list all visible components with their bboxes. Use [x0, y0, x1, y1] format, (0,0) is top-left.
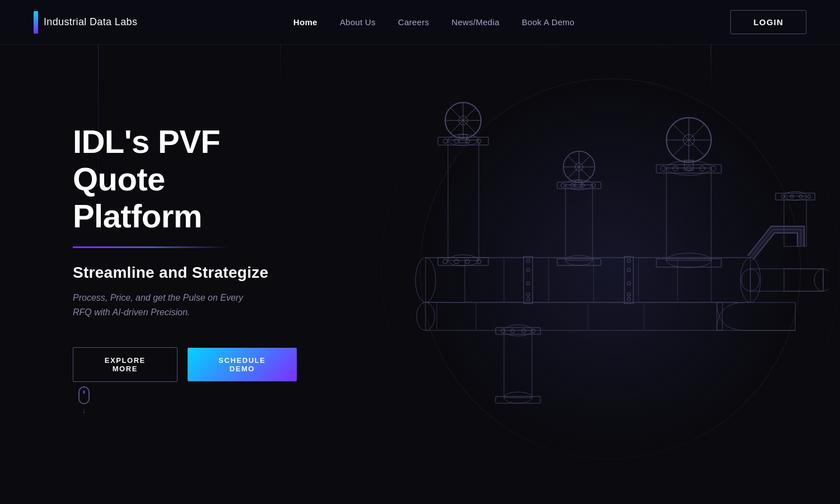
svg-rect-33: [557, 182, 601, 189]
nav-link-news[interactable]: News/Media: [451, 17, 500, 27]
svg-rect-67: [426, 302, 722, 330]
schedule-demo-button[interactable]: SCHEDULE DEMO: [188, 348, 297, 381]
nav-item-careers[interactable]: Careers: [398, 17, 429, 27]
explore-more-button[interactable]: EXPLORE MORE: [73, 347, 178, 382]
svg-point-36: [571, 184, 575, 188]
svg-point-84: [526, 268, 530, 272]
nav-item-about[interactable]: About Us: [340, 17, 376, 27]
svg-point-75: [511, 329, 515, 333]
nav-link-careers[interactable]: Careers: [398, 17, 429, 27]
svg-point-83: [526, 259, 530, 263]
hero-subtitle: Streamline and Strategize: [73, 264, 297, 282]
hero-buttons: EXPLORE MORE SCHEDULE DEMO: [73, 347, 297, 382]
svg-point-51: [661, 166, 666, 171]
svg-rect-72: [496, 328, 540, 334]
svg-rect-10: [448, 140, 479, 260]
nav-link-about[interactable]: About Us: [340, 17, 376, 27]
nav-link-demo[interactable]: Book A Demo: [522, 17, 575, 27]
nav-links: Home About Us Careers News/Media Book A …: [293, 17, 575, 27]
navbar: Industrial Data Labs Home About Us Caree…: [0, 0, 840, 45]
svg-point-15: [443, 139, 447, 143]
svg-rect-69: [504, 330, 532, 398]
svg-point-52: [673, 166, 678, 171]
nav-item-news[interactable]: News/Media: [451, 17, 500, 27]
svg-point-87: [526, 297, 530, 301]
svg-rect-66: [717, 302, 795, 330]
svg-rect-30: [566, 185, 592, 260]
login-button[interactable]: LOGIN: [730, 10, 806, 34]
hero-desc-line2: RFQ with AI-driven Precision.: [73, 307, 190, 317]
hero-divider: [73, 246, 230, 248]
svg-point-100: [799, 195, 802, 198]
hero-title: IDL's PVF Quote Platform: [73, 123, 297, 235]
svg-point-99: [790, 195, 794, 198]
svg-point-85: [526, 282, 530, 285]
svg-point-86: [526, 293, 530, 296]
svg-point-89: [627, 259, 631, 263]
svg-rect-63: [750, 269, 823, 291]
hero-desc-line1: Process, Price, and get the Pulse on Eve…: [73, 293, 243, 302]
nav-item-home[interactable]: Home: [293, 17, 318, 27]
svg-point-65: [814, 269, 829, 291]
bottom-fade: [0, 392, 840, 504]
svg-rect-50: [656, 259, 721, 267]
svg-point-54: [700, 166, 705, 171]
svg-point-91: [627, 282, 631, 285]
svg-rect-46: [666, 168, 711, 260]
svg-rect-94: [784, 269, 823, 291]
svg-point-92: [627, 293, 631, 296]
svg-point-20: [454, 259, 459, 264]
svg-rect-34: [557, 259, 601, 265]
hero-description: Process, Price, and get the Pulse on Eve…: [73, 291, 297, 319]
svg-point-35: [561, 184, 565, 188]
svg-point-101: [808, 195, 811, 198]
hero-section: IDL's PVF Quote Platform Streamline and …: [0, 45, 370, 382]
svg-point-37: [581, 184, 585, 188]
svg-point-19: [443, 259, 447, 264]
nav-link-home[interactable]: Home: [293, 17, 318, 27]
svg-point-55: [711, 166, 716, 171]
svg-point-16: [454, 139, 459, 143]
logo-icon: [34, 11, 38, 34]
nav-item-demo[interactable]: Book A Demo: [522, 17, 575, 27]
logo-area: Industrial Data Labs: [34, 11, 137, 34]
svg-point-90: [627, 268, 631, 272]
brand-name: Industrial Data Labs: [44, 16, 137, 28]
svg-point-93: [627, 297, 631, 301]
svg-point-76: [522, 329, 526, 333]
svg-point-21: [465, 259, 470, 264]
